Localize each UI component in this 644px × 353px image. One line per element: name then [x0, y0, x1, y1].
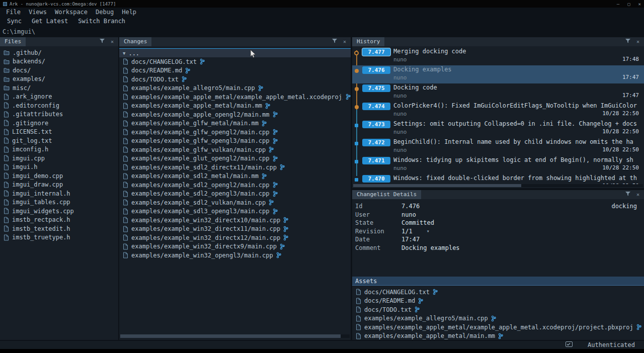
asset-row[interactable]: docs/CHANGELOG.txt [352, 288, 644, 297]
file-tree-item[interactable]: LICENSE.txt [0, 128, 118, 137]
file-tree-item[interactable]: imgui_internal.h [0, 189, 118, 198]
file-tree-item[interactable]: imconfig.h [0, 145, 118, 154]
file-tree-item[interactable]: imstb_rectpack.h [0, 216, 118, 225]
menu-item[interactable]: Workspace [51, 9, 92, 16]
file-tree-item[interactable]: imgui_tables.cpp [0, 198, 118, 207]
changed-file-row[interactable]: examples/example_win32_directx10/main.cp… [119, 216, 351, 225]
changed-file-row[interactable]: examples/example_glfw_vulkan/main.cpp [119, 145, 351, 154]
field-value: nuno [401, 211, 416, 218]
field-label: State [355, 219, 401, 226]
close-panel-icon[interactable]: ✕ [635, 39, 641, 45]
history-commit-row[interactable]: 7.471 Windows: tidying up skipitems logi… [352, 156, 644, 174]
details-panel-title: Changelist Details [352, 190, 421, 199]
revision-dropdown[interactable]: 1/1 ▾ [401, 228, 430, 235]
changed-file-row[interactable]: examples/example_win32_directx12/main.cp… [119, 233, 351, 242]
file-tree-item[interactable]: backends/ [0, 57, 118, 66]
file-tree-item[interactable]: imgui.cpp [0, 154, 118, 163]
changed-file-row[interactable]: examples/example_win32_directx9/main.cpp [119, 242, 351, 251]
filter-icon[interactable] [625, 39, 631, 45]
menu-item[interactable]: Debug [92, 9, 118, 16]
file-tree-item[interactable]: imgui_draw.cpp [0, 181, 118, 190]
filter-icon[interactable] [625, 192, 631, 198]
file-tree-item[interactable]: .github/ [0, 48, 118, 57]
revision-badge: 7.475 [362, 84, 390, 92]
maximize-button[interactable]: ▢ [627, 2, 630, 7]
changed-file-row[interactable]: docs/TODO.txt [119, 75, 351, 84]
changed-file-name: examples/example_sdl2_directx11/main.cpp [131, 164, 277, 171]
file-tree-item[interactable]: misc/ [0, 83, 118, 93]
revision-badge: 7.472 [362, 139, 390, 146]
file-tree-item[interactable]: imstb_truetype.h [0, 233, 118, 242]
file-tree-item[interactable]: .ark_ignore [0, 93, 118, 102]
file-icon [4, 94, 9, 100]
file-tree-item[interactable]: imgui_demo.cpp [0, 171, 118, 181]
filter-icon[interactable] [332, 39, 338, 45]
scrollbar-thumb[interactable] [120, 334, 341, 338]
menu-item[interactable]: Views [25, 9, 51, 16]
file-tree-item[interactable]: .gitattributes [0, 110, 118, 119]
commit-author: nuno [393, 165, 407, 171]
toolbar-button[interactable]: Get Latest [27, 18, 73, 25]
changed-file-row[interactable]: examples/example_sdl2_metal/main.mm [119, 172, 351, 181]
file-tree-item[interactable]: imstb_textedit.h [0, 224, 118, 233]
file-tree-item[interactable]: docs/ [0, 66, 118, 75]
changed-file-row[interactable]: examples/example_glfw_opengl3/main.cpp [119, 137, 351, 146]
changed-file-row[interactable]: examples/example_glut_opengl2/main.cpp [119, 154, 351, 163]
changed-file-row[interactable]: examples/example_win32_directx11/main.cp… [119, 225, 351, 234]
asset-row[interactable]: docs/TODO.txt [352, 305, 644, 314]
changed-file-row[interactable]: examples/example_sdl2_vulkan/main.cpp [119, 198, 351, 207]
changed-file-row[interactable]: examples/example_sdl3_opengl3/main.cpp [119, 207, 351, 216]
changed-file-row[interactable]: examples/example_apple_metal/example_app… [119, 93, 351, 102]
changes-root-row[interactable]: ▼ ... [119, 48, 351, 57]
close-panel-icon[interactable]: ✕ [635, 192, 641, 198]
changelist-details-panel: Changelist Details ✕ Id 7.476 docking Us… [352, 190, 644, 277]
changed-file-row[interactable]: examples/example_glfw_opengl2/main.cpp [119, 128, 351, 137]
file-tree-item[interactable]: git_log.txt [0, 136, 118, 145]
changed-file-row[interactable]: examples/example_apple_metal/main.mm [119, 102, 351, 111]
asset-row[interactable]: examples/example_apple_metal/example_app… [352, 323, 644, 332]
history-commit-row[interactable]: 7.474 ColorPicker4(): Fixed ImGuiColorEd… [352, 102, 644, 120]
history-commit-row[interactable]: 7.473 Settings: omit outputing Collapsed… [352, 120, 644, 138]
asset-row[interactable]: examples/example_allegro5/main.cpp [352, 314, 644, 323]
menu-item[interactable]: File [2, 9, 25, 16]
file-tree-item[interactable]: imgui.h [0, 163, 118, 172]
changed-file-row[interactable]: examples/example_allegro5/main.cpp [119, 84, 351, 93]
file-tree-item[interactable]: imgui_widgets.cpp [0, 207, 118, 216]
file-tree-item[interactable]: examples/ [0, 75, 118, 84]
history-commit-row[interactable]: 7.476 Docking examples nuno 17:47 [352, 65, 644, 83]
changed-file-row[interactable]: examples/example_sdl2_opengl3/main.cpp [119, 190, 351, 199]
minimize-button[interactable]: – [617, 2, 619, 7]
close-panel-icon[interactable]: ✕ [342, 39, 348, 45]
collapse-arrow-icon[interactable]: ▼ [123, 51, 125, 56]
history-commit-row[interactable]: 7.477 Merging docking code nuno 17:48 [352, 47, 644, 65]
changed-file-row[interactable]: examples/example_win32_opengl3/main.cpp [119, 251, 351, 260]
file-icon [123, 234, 128, 241]
file-tree-item[interactable]: .gitignore [0, 119, 118, 128]
changes-list-area: ▼ ... docs/CHANGELOG.txt docs [119, 48, 351, 333]
toolbar-button[interactable]: Switch Branch [73, 18, 130, 25]
branch-status-icon [258, 85, 263, 92]
close-button[interactable]: ✕ [638, 2, 641, 7]
file-tree-item[interactable]: .editorconfig [0, 101, 118, 110]
close-panel-icon[interactable]: ✕ [109, 39, 115, 45]
changed-file-row[interactable]: examples/example_apple_opengl2/main.mm [119, 110, 351, 119]
history-commit-row[interactable]: 7.470 Windows: fixed double-clicked bord… [352, 174, 644, 184]
file-name: misc/ [13, 84, 31, 92]
changed-file-row[interactable]: examples/example_sdl2_directx11/main.cpp [119, 163, 351, 172]
scrollbar-thumb[interactable] [353, 184, 521, 187]
asset-row[interactable]: docs/README.md [352, 297, 644, 306]
branch-status-icon [273, 129, 278, 135]
changed-file-row[interactable]: examples/example_glfw_metal/main.mm [119, 119, 351, 128]
changed-file-row[interactable]: docs/README.md [119, 66, 351, 75]
window-title: Ark - nuno@ark-vcs.com:Omega:dev [1477] [10, 2, 116, 7]
file-icon [123, 173, 128, 180]
changed-file-name: examples/example_win32_directx9/main.cpp [131, 243, 277, 250]
toolbar-button[interactable]: Sync [2, 18, 27, 25]
history-commit-row[interactable]: 7.472 BeginChild(): Internal name used b… [352, 138, 644, 156]
changed-file-row[interactable]: examples/example_sdl2_opengl2/main.cpp [119, 181, 351, 190]
asset-row[interactable]: examples/example_apple_metal/main.mm [352, 332, 644, 340]
history-commit-row[interactable]: 7.475 Docking code nuno 17:47 [352, 83, 644, 102]
menu-item[interactable]: Help [118, 9, 140, 16]
filter-icon[interactable] [99, 39, 105, 45]
changed-file-row[interactable]: docs/CHANGELOG.txt [119, 57, 351, 66]
